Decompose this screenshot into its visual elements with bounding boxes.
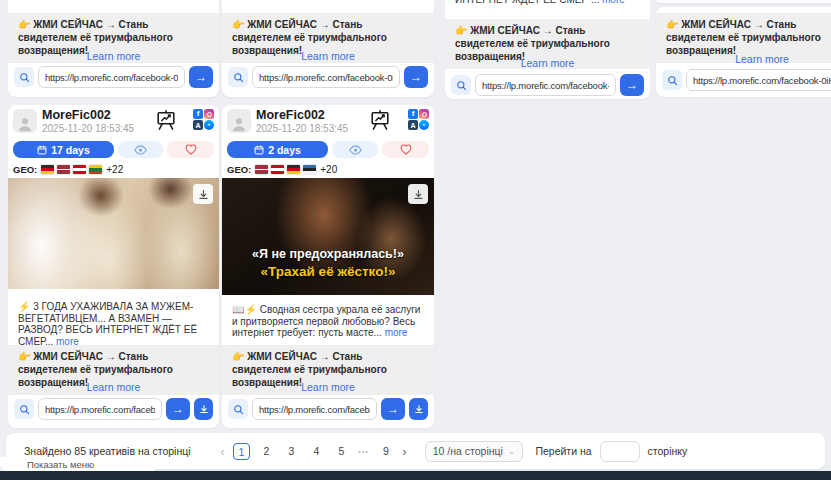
learn-more: Learn more [656, 53, 831, 65]
flag-lt-icon [89, 165, 102, 174]
open-url-button[interactable]: → [381, 398, 405, 420]
heart-icon [400, 144, 412, 155]
landing-url-input[interactable] [252, 66, 400, 88]
goto-page-label: Перейти на [535, 445, 591, 457]
url-row: → [451, 74, 644, 96]
favorite-button[interactable] [382, 141, 429, 158]
search-url-button[interactable] [228, 399, 248, 419]
creative-timestamp: 2025-11-20 18:53:45 [256, 123, 348, 134]
arrow-right-icon: → [626, 78, 638, 92]
open-url-button[interactable]: → [166, 398, 190, 420]
search-icon [233, 404, 244, 415]
learn-more-link[interactable]: Learn more [301, 381, 355, 393]
landing-url-input[interactable] [38, 66, 185, 88]
page-button[interactable]: 5 [333, 443, 350, 460]
open-url-button[interactable]: → [189, 66, 213, 88]
page-button-current[interactable]: 1 [233, 443, 250, 460]
open-url-button[interactable]: → [404, 66, 428, 88]
url-row: → [228, 398, 428, 420]
learn-more: Learn more [222, 381, 434, 393]
landing-url-input[interactable] [475, 74, 616, 96]
arrow-right-icon: → [195, 70, 207, 84]
learn-more-link[interactable]: Learn more [735, 53, 789, 65]
learn-more-link[interactable]: Learn more [521, 57, 575, 69]
download-creative-button[interactable] [409, 398, 428, 420]
learn-more-link[interactable]: Learn more [87, 50, 141, 62]
ad-description: 📖⚡ Сводная сестра украла её заслуги и пр… [232, 304, 424, 339]
search-url-button[interactable] [451, 75, 471, 95]
page-button[interactable]: 4 [308, 443, 325, 460]
ad-description-text: ⚡ 3 ГОДА УХАЖИВАЛА ЗА МУЖЕМ-ВЕГЕТАТИВЦЕМ… [18, 301, 197, 347]
search-url-button[interactable] [14, 67, 34, 87]
preview-button[interactable] [369, 109, 391, 131]
open-url-button[interactable]: → [620, 74, 644, 96]
flag-lv-icon [57, 165, 70, 174]
arrow-right-icon: → [387, 402, 399, 416]
download-icon [199, 404, 209, 414]
flag-ee-icon [303, 165, 316, 174]
person-icon [16, 115, 34, 133]
next-page-button[interactable]: › [398, 443, 410, 460]
views-button[interactable] [332, 141, 378, 158]
advertiser-name: MoreFic002 [42, 108, 111, 122]
advertiser-avatar [13, 109, 37, 133]
search-icon [19, 404, 30, 415]
url-row: → [228, 66, 428, 88]
geo-label: GEO: [13, 164, 37, 175]
landing-url-input[interactable] [252, 398, 377, 420]
page-button[interactable]: 2 [258, 443, 275, 460]
search-icon [233, 72, 244, 83]
prev-page-button[interactable]: ‹ [217, 443, 229, 460]
goto-page-suffix: сторінку [648, 445, 688, 457]
placements: f A [193, 109, 214, 130]
creative-card-1: MoreFic002 2025-11-20 18:53:45 f A 17 da… [8, 105, 219, 428]
audience-network-icon: A [408, 120, 418, 130]
views-button[interactable] [118, 141, 163, 158]
calendar-icon [254, 145, 264, 155]
pagination-ellipsis[interactable]: ••• [358, 447, 369, 456]
search-url-button[interactable] [662, 70, 682, 90]
arrow-right-icon: → [410, 70, 422, 84]
landing-url-input[interactable] [686, 69, 831, 91]
download-image-button[interactable] [408, 184, 428, 204]
learn-more: Learn more [8, 381, 219, 393]
geo-row: GEO: +22 [13, 164, 123, 174]
flag-lv-icon [255, 165, 268, 174]
page-button-last[interactable]: 9 [377, 443, 394, 460]
learn-more-link[interactable]: Learn more [87, 381, 141, 393]
presentation-chart-icon [369, 109, 391, 131]
preview-button[interactable] [155, 109, 177, 131]
search-url-button[interactable] [14, 399, 34, 419]
instagram-icon [419, 109, 429, 119]
days-active-button[interactable]: 2 days [227, 141, 328, 158]
download-creative-button[interactable] [194, 398, 213, 420]
ad-card-clipped-edge [656, 0, 831, 3]
eye-icon [349, 145, 362, 155]
bottom-strip [0, 471, 831, 480]
days-active-button[interactable]: 17 days [13, 141, 114, 158]
learn-more-link[interactable]: Learn more [301, 50, 355, 62]
days-active-label: 17 days [51, 144, 90, 156]
landing-url-input[interactable] [38, 398, 162, 420]
search-url-button[interactable] [228, 67, 248, 87]
days-active-label: 2 days [268, 144, 301, 156]
page-button[interactable]: 3 [283, 443, 300, 460]
messenger-icon [419, 120, 429, 130]
page-size-select[interactable]: 10 /на сторінці ⌄ [425, 441, 524, 462]
placements: f A [408, 109, 429, 130]
advertiser-avatar [227, 109, 251, 133]
goto-page-input[interactable] [600, 441, 640, 462]
download-image-button[interactable] [193, 184, 213, 204]
presentation-chart-icon [155, 109, 177, 131]
more-link[interactable]: more [602, 0, 625, 5]
ad-spy-results-page: ИНТЕРНЕТ ЖДЁТ ЕЁ СМЕР... more 👉 ЖМИ СЕЙЧ… [0, 0, 831, 480]
geo-extra-count: +20 [320, 164, 337, 175]
favorite-button[interactable] [167, 141, 214, 158]
facebook-icon: f [193, 109, 203, 119]
chevron-down-icon: ⌄ [508, 447, 516, 456]
ad-card-top-1: ИНТЕРНЕТ ЖДЁТ ЕЁ СМЕР... more 👉 ЖМИ СЕЙЧ… [8, 0, 219, 97]
url-row: → [14, 66, 213, 88]
advertiser-name: MoreFic002 [256, 108, 325, 122]
more-link[interactable]: more [385, 327, 408, 338]
show-menu-button[interactable]: Показать меню [0, 457, 158, 472]
